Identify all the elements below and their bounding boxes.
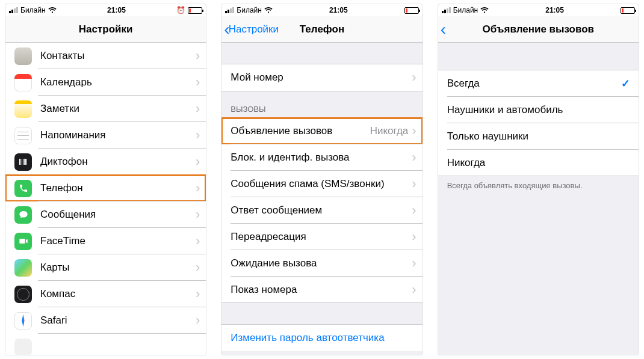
row-label: Диктофон xyxy=(40,156,196,168)
row-voice-memos[interactable]: Диктофон › xyxy=(5,149,206,175)
notes-icon xyxy=(14,100,32,118)
carrier-label: Билайн xyxy=(20,6,46,14)
chevron-right-icon: › xyxy=(196,260,206,275)
nav-bar: Настройки xyxy=(5,16,206,43)
row-label: Ответ сообщением xyxy=(231,204,412,216)
chevron-right-icon: › xyxy=(196,180,206,196)
chevron-right-icon: › xyxy=(412,70,422,85)
section-header-calls: ВЫЗОВЫ xyxy=(221,91,422,118)
row-label: Ожидание вызова xyxy=(231,257,412,269)
status-bar: Билайн 21:05 xyxy=(221,4,422,16)
row-phone[interactable]: Телефон › xyxy=(5,175,206,201)
chevron-right-icon: › xyxy=(196,207,206,222)
voice-memos-icon xyxy=(14,153,32,171)
row-my-number[interactable]: Мой номер › xyxy=(221,64,422,91)
option-headphones-only[interactable]: Только наушники xyxy=(438,123,639,150)
section-footer: Всегда объявлять входящие вызовы. xyxy=(438,176,639,194)
calendar-icon xyxy=(14,74,32,91)
page-title: Объявление вызовов xyxy=(483,23,594,35)
time-label: 21:05 xyxy=(329,6,348,14)
wifi-icon xyxy=(264,7,273,14)
settings-list: Контакты › Календарь › Заметки › Напомин… xyxy=(5,43,206,355)
chevron-right-icon: › xyxy=(412,203,422,218)
row-label: Карты xyxy=(40,262,196,274)
battery-icon xyxy=(404,7,419,14)
row-spam[interactable]: Сообщения спама (SMS/звонки) › xyxy=(221,171,422,197)
option-headphones-car[interactable]: Наушники и автомобиль xyxy=(438,97,639,123)
row-announce-calls[interactable]: Объявление вызовов Никогда › xyxy=(221,118,422,144)
row-compass[interactable]: Компас › xyxy=(5,281,206,307)
option-always[interactable]: Всегда ✓ xyxy=(438,70,639,97)
nav-bar: ‹ Объявление вызовов xyxy=(438,16,639,43)
row-value: Никогда xyxy=(370,125,409,137)
row-label: Заметки xyxy=(40,103,196,115)
row-reply-message[interactable]: Ответ сообщением › xyxy=(221,197,422,224)
row-change-voicemail-pass[interactable]: Изменить пароль автоответчика xyxy=(221,325,422,351)
row-label: Переадресация xyxy=(231,231,412,243)
wifi-icon xyxy=(480,7,489,14)
row-call-waiting[interactable]: Ожидание вызова › xyxy=(221,250,422,277)
option-label: Всегда xyxy=(447,78,621,90)
alarm-icon: ⏰ xyxy=(176,6,185,14)
carrier-label: Билайн xyxy=(237,6,262,14)
phone-settings-list: Мой номер › ВЫЗОВЫ Объявление вызовов Ни… xyxy=(221,43,422,355)
row-label: Блок. и идентиф. вызова xyxy=(231,152,412,164)
row-calendar[interactable]: Календарь › xyxy=(5,69,206,96)
status-bar: Билайн 21:05 xyxy=(438,4,639,16)
row-label: Safari xyxy=(40,315,196,327)
chevron-right-icon: › xyxy=(196,127,206,143)
carrier-label: Билайн xyxy=(453,6,478,14)
row-forwarding[interactable]: Переадресация › xyxy=(221,224,422,250)
facetime-icon xyxy=(14,233,32,250)
back-label: Настройки xyxy=(229,23,279,35)
chevron-right-icon: › xyxy=(196,101,206,117)
chevron-right-icon: › xyxy=(196,75,206,90)
chevron-right-icon: › xyxy=(196,286,206,302)
row-messages[interactable]: Сообщения › xyxy=(5,201,206,228)
back-button[interactable]: ‹ xyxy=(441,16,445,42)
contacts-icon xyxy=(14,48,32,65)
safari-icon xyxy=(14,312,32,330)
row-notes[interactable]: Заметки › xyxy=(5,96,206,122)
row-show-number[interactable]: Показ номера › xyxy=(221,277,422,303)
row-label: Объявление вызовов xyxy=(231,125,370,137)
check-icon: ✓ xyxy=(621,77,639,90)
chevron-right-icon: › xyxy=(412,150,422,165)
time-label: 21:05 xyxy=(545,6,564,14)
row-maps[interactable]: Карты › xyxy=(5,254,206,281)
chevron-right-icon: › xyxy=(196,48,206,64)
row-label: Календарь xyxy=(40,76,196,88)
status-bar: Билайн 21:05 ⏰ xyxy=(5,4,206,16)
chevron-right-icon: › xyxy=(412,256,422,271)
row-contacts[interactable]: Контакты › xyxy=(5,43,206,69)
time-label: 21:05 xyxy=(107,6,126,14)
row-label: Сообщения спама (SMS/звонки) xyxy=(231,178,412,190)
battery-icon xyxy=(188,7,202,14)
row-reminders[interactable]: Напоминания › xyxy=(5,122,206,149)
chevron-right-icon: › xyxy=(196,233,206,249)
signal-icon xyxy=(225,7,234,13)
row-label: Напоминания xyxy=(40,129,196,141)
row-safari[interactable]: Safari › xyxy=(5,307,206,334)
chevron-left-icon: ‹ xyxy=(441,21,446,38)
row-facetime[interactable]: FaceTime › xyxy=(5,228,206,254)
page-title: Телефон xyxy=(300,23,344,35)
battery-icon xyxy=(621,7,635,14)
compass-icon xyxy=(14,286,32,303)
back-button[interactable]: ‹ Настройки xyxy=(224,16,279,42)
option-never[interactable]: Никогда xyxy=(438,150,639,176)
row-label: Компас xyxy=(40,288,196,300)
row-label: Контакты xyxy=(40,50,196,62)
chevron-right-icon: › xyxy=(412,123,422,139)
wifi-icon xyxy=(48,7,57,14)
row-block-identify[interactable]: Блок. и идентиф. вызова › xyxy=(221,144,422,171)
row-label: Изменить пароль автоответчика xyxy=(231,332,422,344)
row-label: Показ номера xyxy=(231,284,412,296)
chevron-right-icon: › xyxy=(412,229,422,245)
announce-options-list: Всегда ✓ Наушники и автомобиль Только на… xyxy=(438,43,639,355)
option-label: Никогда xyxy=(447,157,639,169)
chevron-right-icon: › xyxy=(412,176,422,192)
row-label: FaceTime xyxy=(40,235,196,247)
row-partial[interactable] xyxy=(5,334,206,355)
chevron-right-icon: › xyxy=(196,313,206,328)
